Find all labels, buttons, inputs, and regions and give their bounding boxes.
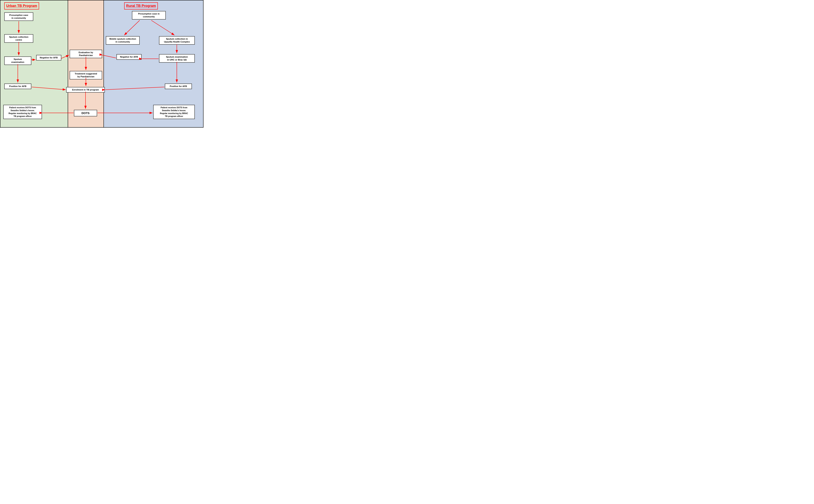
rural-dots-detail-box: Patient receives DOTS from Swastho Sebik…	[153, 105, 195, 119]
urban-presumptive-box: Presumptive case in community	[4, 12, 33, 21]
rural-title-container: Rural TB Program	[124, 2, 158, 9]
rural-mobile-sputum-box: Mobile sputum collection in community	[106, 36, 140, 45]
rural-pos-afb-box: Positive for AFB	[165, 84, 192, 89]
rural-upazilla-box: Sputum collection in Upazilla Health Com…	[159, 36, 195, 45]
urban-sputum-exam-box: Sputum examination	[4, 56, 31, 65]
enrolment-box: Enrolment in TB program	[66, 87, 105, 93]
eval-paed-box: Evaluation by Paediatrician	[70, 50, 102, 58]
treatment-paed-box: Treatment suggested by Paediatrician	[70, 71, 102, 79]
dots-box: DOTS	[74, 110, 97, 116]
urban-title: Urban TB Program	[4, 2, 39, 9]
rural-sputum-uhc-box: Sputum examination in UHC or Brac lab	[159, 54, 195, 63]
rural-title: Rural TB Program	[124, 2, 158, 9]
diagram-wrapper: Urban TB Program Rural TB Program Presum…	[0, 0, 203, 128]
urban-pos-afb-box: Positive for AFB	[4, 84, 31, 89]
urban-dots-detail-box: Patient receives DOTS from Swastho Sebik…	[3, 105, 42, 119]
rural-presumptive-box: Presumptive case in community	[132, 11, 166, 20]
urban-neg-afb-box: Negative for AFB	[36, 55, 61, 61]
rural-neg-afb-box: Negative for AFB	[116, 54, 142, 60]
urban-title-container: Urban TB Program	[4, 2, 39, 9]
middle-section	[68, 0, 104, 128]
urban-sputum-centre-box: Sputum collection centre	[4, 34, 33, 43]
